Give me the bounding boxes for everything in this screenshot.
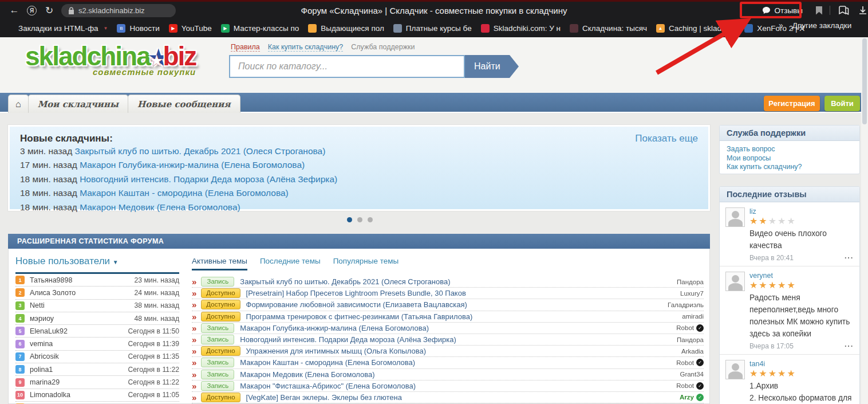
user-name-link[interactable]: Татьяна9898 [30,276,72,284]
topic-link[interactable]: [Presetrain] Набор Пресетов Lightroom Pr… [246,289,466,297]
item-link[interactable]: Закрытый клуб по шитью. Декабрь 2021 (Ол… [75,146,326,156]
tab-active-topics[interactable]: Активные темы [192,257,247,270]
bookmark-item[interactable]: Выдающиеся пол [308,24,384,33]
logo-star-white-icon: ★ [151,53,162,68]
topic-author-link[interactable]: Robot [676,324,694,331]
review-item: verynet ★★★★★ Радость меня переполняет,в… [720,266,859,355]
bookmark-item[interactable]: Платные курсы бе [393,24,472,33]
topic-link[interactable]: Закрытый клуб по шитью. Декабрь 2021 (Ол… [240,277,450,286]
register-button[interactable]: Регистрация [764,96,820,111]
bookmark-item[interactable]: Складчина: тысяч [570,24,647,33]
table-row: » Доступно Формирование любовной зависим… [192,299,704,311]
refresh-button[interactable]: ↻ [41,5,58,17]
item-link[interactable]: Макарон Каштан - смородина (Елена Богомо… [80,188,289,198]
login-button[interactable]: Войти [824,96,860,111]
bookmark-flag-icon[interactable] [816,6,822,15]
topic-author-link[interactable]: Luxury7 [680,290,704,297]
review-footer: Вчера в 20:41 ··· [749,253,854,262]
address-bar[interactable]: s2.skladchinabiz.biz [61,4,176,17]
user-name-link[interactable]: Abricosik [30,352,59,360]
topic-author-link[interactable]: Галадриэль [668,301,704,308]
carousel-dot-2[interactable] [357,217,362,222]
topic-link[interactable]: Макарон Голубика-инжир-малина (Елена Бог… [240,324,429,332]
user-name-link[interactable]: polina1 [30,366,53,374]
user-name-link[interactable]: ElenaLuk92 [30,327,68,335]
support-link[interactable]: Служба поддержки [351,43,415,52]
topic-link[interactable]: Программа тренировок с фитнес-резинками … [246,312,473,321]
bookmark-item[interactable]: ▶ Мастер-классы по [221,24,299,33]
review-menu-dots[interactable]: ··· [845,342,854,350]
topic-author-link[interactable]: Arzy [680,394,694,401]
page-scrollbar[interactable] [861,37,868,404]
carousel-dot-3[interactable] [368,217,373,222]
table-row: » Запись Закрытый клуб по шитью. Декабрь… [192,276,704,288]
new-users-title[interactable]: Новые пользователи ▼ [15,256,179,274]
scrollbar-thumb[interactable] [862,38,867,124]
bookmark-favicon [481,24,490,33]
topic-author-link[interactable]: Robot [676,382,694,389]
user-name-link[interactable]: Netti [30,301,45,309]
review-menu-dots[interactable]: ··· [845,253,854,262]
reviewer-name-link[interactable]: tan4i [749,360,854,368]
user-name-link[interactable]: vemina [30,340,53,348]
user-name-link[interactable]: marina29 [30,378,60,386]
search-button[interactable]: Найти [465,55,510,78]
tab-last-topics[interactable]: Последние темы [260,257,321,270]
topic-author-link[interactable]: Пандора [677,279,704,285]
user-name-link[interactable]: Limonadolka [30,391,70,399]
support-link-item[interactable]: Задать вопрос [727,145,853,154]
search-input[interactable] [229,55,465,78]
site-logo[interactable]: skladchina★★biz совместные покупки [25,41,196,77]
topic-link[interactable]: [VegKate] Веган эклеры. Эклеры без глюте… [246,393,402,402]
topic-link[interactable]: Формирование любовной зависимости (Елиза… [246,300,467,309]
rank-badge: 8 [15,365,25,374]
back-button[interactable]: ← [6,5,23,16]
topic-author-link[interactable]: Robot [676,359,694,366]
topic-author-link[interactable]: amiradi [682,313,704,320]
topic-link[interactable]: Упражнения для интимных мышц (Ольга Копы… [246,347,427,355]
avatar[interactable] [725,207,745,227]
rules-link[interactable]: Правила [231,43,260,52]
topic-author-link[interactable]: Arkadia [681,348,704,355]
download-icon[interactable] [858,5,868,15]
double-chevron-icon: » [192,346,196,356]
avatar[interactable] [725,272,745,291]
item-link[interactable]: Макарон Голубика-инжир-малина (Елена Бог… [80,160,305,170]
item-link[interactable]: Макарон Медовик (Елена Богомолова) [80,202,240,212]
topic-link[interactable]: Новогодний интенсив. Подарки Деда мороза… [240,335,456,344]
table-row: 3 Netti 38 мин. назад [15,300,179,312]
collections-icon[interactable] [838,5,850,16]
support-panel-title: Служба поддержки [720,125,859,141]
topic-link[interactable]: Макарон "Фисташка-Абрикос" (Елена Богомо… [240,382,416,390]
support-link-item[interactable]: Как купить складчину? [727,163,853,172]
show-more-link[interactable]: Показать еще [635,133,698,144]
carousel-dot-1[interactable] [347,217,352,222]
topic-author-link[interactable]: Grant34 [680,371,704,378]
bookmark-item[interactable]: В Новости [117,24,159,33]
topic-link[interactable]: Макарон Каштан - смородина (Елена Богомо… [240,358,415,367]
user-name-link[interactable]: Алиса Золото [30,289,76,297]
bookmark-item[interactable]: Skladchiki.com: У н [481,24,561,33]
browser-logo-icon[interactable]: Я [27,6,37,15]
topic-link[interactable]: Макарон Медовик (Елена Богомолова) [240,370,374,379]
bookmark-item[interactable]: ▶ YouTube [169,24,212,33]
user-name-link[interactable]: мэриоу [30,315,54,323]
tab-popular-topics[interactable]: Популярные темы [333,257,399,270]
bookmark-item[interactable]: ▲ Caching | skladchik [656,24,735,33]
other-bookmarks-button[interactable]: Другие закладки [792,21,851,30]
reviews-extension-button[interactable]: Отзывы [756,4,808,17]
home-tab[interactable]: ⌂ [8,95,29,113]
tab-new-messages[interactable]: Новые сообщения [128,95,240,113]
how-to-buy-link[interactable]: Как купить складчину? [268,43,344,52]
bookmark-label: Caching | skladchik [669,24,735,33]
bookmarks-overflow-chevron[interactable]: » [779,21,783,30]
bookmark-item[interactable]: Закладки из HTML-фа ▼ [6,24,108,33]
item-link[interactable]: Новогодний интенсив. Подарки Деда мороза… [80,174,337,184]
support-link-item[interactable]: Мои вопросы [727,154,853,163]
topic-status-badge: Доступно [201,300,240,309]
avatar[interactable] [725,360,745,379]
reviewer-name-link[interactable]: verynet [749,272,854,280]
topic-author-link[interactable]: Пандора [677,336,704,343]
tab-my-skladchiny[interactable]: Мои складчины [28,95,128,113]
reviewer-name-link[interactable]: liz [749,207,854,215]
